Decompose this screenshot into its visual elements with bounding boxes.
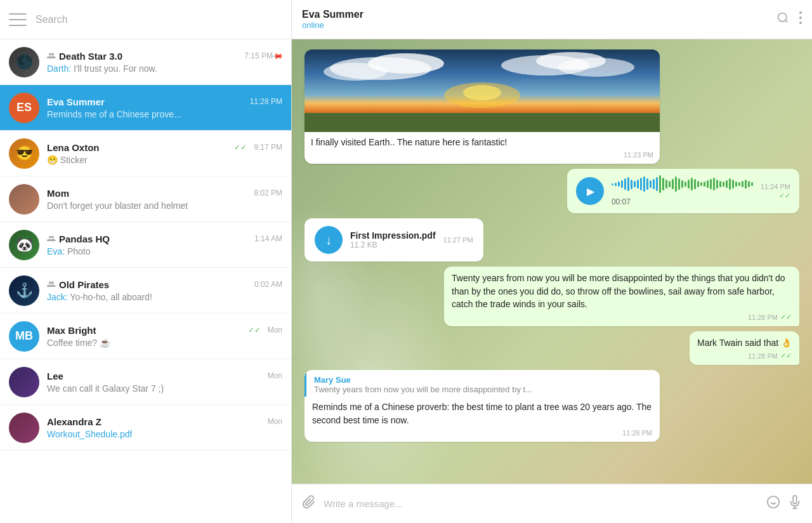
text-message: Twenty years from now you will be more d… bbox=[444, 267, 799, 326]
chat-content: Mom 8:02 PM Don't forget your blaster an… bbox=[47, 188, 282, 211]
message-input[interactable] bbox=[324, 498, 759, 509]
waveform-bar bbox=[665, 180, 667, 189]
chat-top: Old Pirates 0:02 AM bbox=[47, 279, 282, 290]
download-icon[interactable] bbox=[315, 226, 343, 254]
menu-icon[interactable] bbox=[9, 13, 27, 26]
message-time: 11:24 PM bbox=[761, 183, 790, 190]
chat-bottom: Jack: Yo-ho-ho, all aboard! bbox=[47, 292, 282, 302]
messages-container[interactable]: I finally visited Earth.. The nature her… bbox=[292, 39, 812, 484]
chat-time: 9:17 PM bbox=[254, 143, 282, 152]
chat-item-death-star[interactable]: 🌑 Death Star 3.0 7:15 PM 📌 Darth: I'll t… bbox=[0, 39, 291, 85]
chat-bottom: Don't forget your blaster and helmet bbox=[47, 201, 282, 211]
voice-message: 00:07 11:24 PM ✓✓ bbox=[567, 169, 799, 213]
file-meta: 11:27 PM bbox=[443, 236, 473, 244]
svg-point-9 bbox=[324, 63, 387, 81]
chat-item-mom[interactable]: Mom 8:02 PM Don't forget your blaster an… bbox=[0, 176, 291, 222]
waveform-bar bbox=[742, 181, 743, 187]
waveform-bar bbox=[634, 181, 636, 187]
group-icon bbox=[47, 53, 56, 59]
chat-preview: 😁 Sticker bbox=[47, 155, 88, 165]
chat-time: 0:02 AM bbox=[254, 280, 282, 289]
sidebar-header bbox=[0, 0, 291, 39]
chat-name: Max Bright bbox=[47, 325, 96, 336]
waveform-bar bbox=[672, 179, 674, 189]
chat-top: Death Star 3.0 7:15 PM 📌 bbox=[47, 51, 282, 62]
chat-name: Lena Oxton bbox=[47, 142, 100, 153]
waveform-bar bbox=[681, 180, 683, 188]
chat-item-eva-summer[interactable]: ES Eva Summer 11:28 PM Reminds me of a C… bbox=[0, 85, 291, 131]
waveform-bar bbox=[688, 180, 690, 189]
file-message: First Impression.pdf 11.2 KB 11:27 PM bbox=[304, 218, 483, 262]
chat-time: 1:14 AM bbox=[254, 234, 282, 243]
chat-item-max-bright[interactable]: MB Max Bright ✓✓ Mon Coffee time? ☕ bbox=[0, 314, 291, 359]
chat-content: Lena Oxton ✓✓ 9:17 PM 😁 Sticker bbox=[47, 142, 282, 165]
waveform-bar bbox=[716, 180, 718, 189]
file-info: First Impression.pdf 11.2 KB bbox=[350, 230, 436, 249]
waveform-bar bbox=[732, 180, 734, 189]
waveform-bar bbox=[612, 183, 613, 185]
more-icon[interactable] bbox=[799, 11, 802, 27]
chat-content: Alexandra Z Mon Workout_Shedule.pdf bbox=[47, 416, 282, 439]
message-meta: 11:28 PM ✓✓ bbox=[697, 352, 792, 360]
message-meta: 11:28 PM ✓✓ bbox=[452, 313, 792, 321]
message-image bbox=[304, 50, 660, 132]
avatar bbox=[9, 413, 39, 443]
waveform-bar bbox=[669, 181, 671, 187]
sidebar: 🌑 Death Star 3.0 7:15 PM 📌 Darth: I'll t… bbox=[0, 0, 292, 523]
message-text: Mark Twain said that 👌 bbox=[697, 338, 792, 348]
reply-message: Mary Sue Twenty years from now you will … bbox=[304, 370, 660, 442]
search-input[interactable] bbox=[36, 14, 282, 25]
message-time: 11:23 PM bbox=[624, 151, 653, 159]
chat-preview: Coffee time? ☕ bbox=[47, 338, 110, 348]
chat-name: Pandas HQ bbox=[47, 234, 110, 244]
filename: First Impression.pdf bbox=[350, 230, 436, 241]
group-icon bbox=[47, 235, 56, 242]
search-icon[interactable] bbox=[776, 11, 789, 27]
chat-contact-status: online bbox=[302, 20, 776, 30]
filesize: 11.2 KB bbox=[350, 241, 436, 249]
avatar bbox=[9, 184, 39, 215]
chat-preview: Reminds me of a Chinese prove... bbox=[47, 109, 181, 119]
chat-bottom: Coffee time? ☕ bbox=[47, 338, 282, 348]
chat-top: Eva Summer 11:28 PM bbox=[47, 96, 282, 107]
chat-item-lee[interactable]: Lee Mon We can call it Galaxy Star 7 ;) bbox=[0, 359, 291, 405]
waveform-bar bbox=[646, 178, 648, 190]
chat-top: Alexandra Z Mon bbox=[47, 416, 282, 427]
chat-item-lena-oxton[interactable]: 😎 Lena Oxton ✓✓ 9:17 PM 😁 Sticker bbox=[0, 131, 291, 176]
waveform-bar bbox=[621, 180, 623, 188]
waveform-bar bbox=[627, 177, 629, 191]
waveform-bar bbox=[748, 181, 750, 187]
message-time: 11:27 PM bbox=[443, 236, 473, 244]
message-time: 11:28 PM bbox=[748, 352, 778, 360]
play-button[interactable] bbox=[576, 177, 604, 205]
chat-item-alexandra-z[interactable]: Alexandra Z Mon Workout_Shedule.pdf bbox=[0, 405, 291, 451]
waveform-bar bbox=[684, 182, 686, 187]
voice-meta: 11:24 PM ✓✓ bbox=[761, 183, 790, 200]
chat-name: Alexandra Z bbox=[47, 416, 102, 427]
svg-point-12 bbox=[558, 58, 634, 77]
chat-preview: Workout_Shedule.pdf bbox=[47, 429, 132, 439]
read-checks: ✓✓ bbox=[779, 192, 790, 200]
waveform-bar bbox=[723, 182, 724, 187]
chat-time: 7:15 PM bbox=[244, 51, 273, 60]
message-text: Reminds me of a Chinese proverb: the bes… bbox=[312, 402, 652, 425]
chat-time: Mon bbox=[268, 371, 282, 380]
microphone-icon[interactable] bbox=[788, 495, 802, 513]
chat-contact-name: Eva Summer bbox=[302, 9, 776, 20]
emoji-icon[interactable] bbox=[766, 495, 780, 513]
chat-name: Lee bbox=[47, 371, 63, 381]
chat-top: Lena Oxton ✓✓ 9:17 PM bbox=[47, 142, 282, 153]
waveform-bar bbox=[745, 180, 747, 189]
attach-icon[interactable] bbox=[302, 495, 316, 513]
group-icon bbox=[47, 281, 56, 288]
avatar: 🐼 bbox=[9, 230, 39, 260]
waveform-bar bbox=[704, 182, 705, 187]
reply-content: Reminds me of a Chinese proverb: the bes… bbox=[304, 397, 660, 442]
chat-item-pandas-hq[interactable]: 🐼 Pandas HQ 1:14 AM Eva: Photo bbox=[0, 222, 291, 268]
waveform-bar bbox=[700, 182, 702, 186]
chat-item-old-pirates[interactable]: ⚓ Old Pirates 0:02 AM Jack: Yo-ho-ho, al… bbox=[0, 268, 291, 314]
chat-time: Mon bbox=[268, 417, 282, 426]
chat-area: Eva Summer online bbox=[292, 0, 812, 523]
waveform-bar bbox=[624, 178, 626, 190]
waveform-bar bbox=[719, 181, 721, 187]
